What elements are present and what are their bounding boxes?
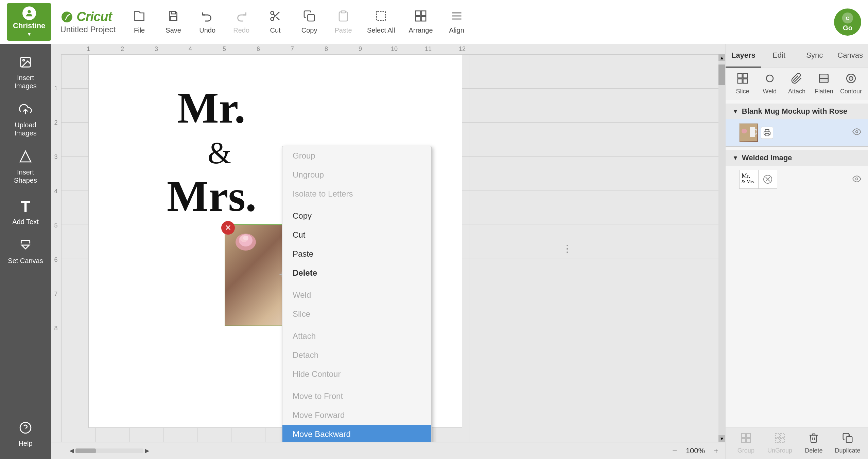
ctx-isolate[interactable]: Isolate to Letters (282, 184, 431, 203)
paste-tool[interactable]: Paste (333, 10, 353, 34)
tab-edit[interactable]: Edit (761, 44, 797, 68)
scroll-track[interactable] (718, 61, 725, 435)
tab-canvas[interactable]: Canvas (832, 44, 868, 68)
vertical-scrollbar[interactable]: ▲ ▼ (718, 54, 725, 442)
rp-tool-slice-label: Slice (736, 88, 749, 95)
save-tool[interactable]: Save (163, 10, 184, 34)
svg-rect-33 (738, 74, 742, 78)
rpb-group-label: Group (737, 447, 754, 454)
rpb-delete[interactable]: Delete (800, 433, 827, 454)
ruler-tick-7: 7 (275, 45, 309, 53)
redo-tool[interactable]: Redo (231, 10, 251, 34)
layer-thumb-mug (739, 123, 758, 142)
rpb-ungroup[interactable]: UnGroup (766, 433, 794, 454)
ctx-move-backward[interactable]: Move Backward (282, 425, 431, 442)
undo-tool[interactable]: Undo (197, 10, 218, 34)
ctx-slice[interactable]: Slice (282, 305, 431, 324)
ctx-ungroup[interactable]: Ungroup (282, 165, 431, 184)
rpb-duplicate[interactable]: Duplicate (834, 433, 861, 454)
undo-icon (201, 10, 213, 25)
horizontal-scroll-area[interactable]: ◄ ► (68, 446, 151, 455)
right-panel-toolbar: Slice Weld Attach Flatten (726, 68, 868, 100)
ctx-cut[interactable]: Cut (282, 225, 431, 244)
topbar: Christine ▾ Cricut Untitled Project File (0, 0, 868, 44)
svg-rect-56 (746, 438, 750, 442)
layer-item-mug[interactable] (726, 119, 868, 147)
scroll-thumb[interactable] (718, 65, 725, 85)
sidebar-item-insert-images[interactable]: Insert Images (3, 51, 48, 95)
sidebar-item-set-canvas[interactable]: Set Canvas (3, 234, 48, 270)
sidebar-item-upload-images[interactable]: Upload Images (3, 98, 48, 142)
add-text-icon: T (21, 197, 30, 216)
svg-rect-54 (746, 434, 750, 438)
tab-layers[interactable]: Layers (726, 44, 761, 68)
select-all-tool[interactable]: Select All (367, 10, 395, 34)
svg-rect-14 (421, 16, 426, 21)
ctx-copy[interactable]: Copy (282, 206, 431, 225)
canvas-body: 1 2 3 4 5 6 7 8 Mr. (51, 54, 725, 442)
tab-sync[interactable]: Sync (797, 44, 833, 68)
h-scrollbar-thumb[interactable] (75, 448, 96, 453)
layer-group-blank-mug: ▼ Blank Mug Mockup with Rose (726, 104, 868, 147)
rp-tool-weld[interactable]: Weld (758, 73, 782, 95)
slice-icon (737, 73, 748, 87)
svg-rect-12 (421, 11, 426, 16)
file-tool[interactable]: File (129, 10, 150, 34)
layer-group-welded: ▼ Welded Image Mr. & Mrs. (726, 150, 868, 193)
group-icon (741, 433, 751, 446)
select-all-label: Select All (367, 26, 395, 34)
cut-tool[interactable]: Cut (265, 10, 285, 34)
layer-visibility-mug[interactable] (852, 127, 861, 138)
ctx-move-front[interactable]: Move to Front (282, 387, 431, 406)
go-button[interactable]: C Go (834, 8, 861, 36)
sidebar-item-help[interactable]: Help (3, 417, 48, 452)
mug-thumb-svg (740, 124, 757, 141)
redo-label: Redo (233, 26, 249, 34)
rp-tool-slice[interactable]: Slice (731, 73, 754, 95)
scroll-up-button[interactable]: ▲ (718, 54, 725, 61)
h-scrollbar-track[interactable] (75, 448, 143, 453)
rp-tool-flatten[interactable]: Flatten (812, 73, 836, 95)
ctx-delete[interactable]: Delete (282, 263, 431, 282)
ctx-paste[interactable]: Paste (282, 244, 431, 263)
project-title[interactable]: Untitled Project (60, 25, 116, 34)
layer-group-header-blank-mug[interactable]: ▼ Blank Mug Mockup with Rose (726, 104, 868, 119)
scroll-left-button[interactable]: ◄ (68, 446, 75, 455)
rp-tool-attach[interactable]: Attach (785, 73, 809, 95)
ctx-hide-contour[interactable]: Hide Contour (282, 365, 431, 384)
user-button[interactable]: Christine ▾ (7, 3, 51, 41)
rp-tool-contour[interactable]: Contour (839, 73, 863, 95)
ruler-left-tick-8: 8 (54, 325, 57, 332)
align-tool[interactable]: Align (447, 10, 467, 34)
svg-rect-55 (742, 438, 746, 442)
ctx-move-forward[interactable]: Move Forward (282, 406, 431, 425)
delete-handle[interactable]: ✕ (221, 221, 235, 235)
scroll-right-button[interactable]: ► (143, 446, 151, 455)
zoom-out-button[interactable]: − (672, 446, 677, 456)
rpb-group[interactable]: Group (732, 433, 760, 454)
ungroup-icon (775, 433, 785, 446)
ctx-attach[interactable]: Attach (282, 327, 431, 346)
delete-icon (808, 433, 819, 446)
scroll-down-button[interactable]: ▼ (718, 435, 725, 442)
layer-visibility-mrs[interactable] (852, 175, 861, 184)
arrange-tool[interactable]: Arrange (409, 10, 433, 34)
sidebar-item-insert-shapes[interactable]: Insert Shapes (3, 145, 48, 189)
three-dot-menu[interactable]: ⋮ (562, 242, 572, 254)
ctx-detach[interactable]: Detach (282, 346, 431, 365)
help-icon (19, 421, 32, 437)
ruler-left-tick-2: 2 (54, 119, 57, 126)
copy-tool[interactable]: Copy (299, 10, 319, 34)
mr-mrs-svg: Mr. & Mrs. (163, 82, 286, 238)
layer-group-header-welded[interactable]: ▼ Welded Image (726, 150, 868, 166)
ctx-weld[interactable]: Weld (282, 286, 431, 305)
layer-item-mrs[interactable]: Mr. & Mrs. (726, 166, 868, 193)
zoom-in-button[interactable]: + (714, 446, 718, 456)
ctx-divider-4 (282, 385, 431, 385)
save-icon (167, 10, 179, 25)
layer-group-title-welded: Welded Image (742, 153, 861, 162)
layer-group-title-blank-mug: Blank Mug Mockup with Rose (742, 107, 861, 116)
sidebar-item-add-text[interactable]: T Add Text (3, 192, 48, 231)
canvas-main[interactable]: Mr. & Mrs. ✕ (61, 54, 718, 442)
ctx-group[interactable]: Group (282, 146, 431, 165)
